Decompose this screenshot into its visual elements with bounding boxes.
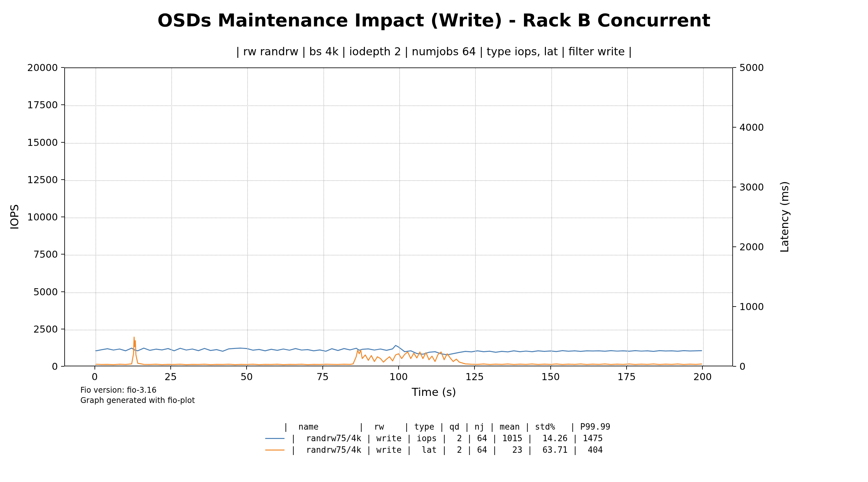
xtick-label: 200: [693, 371, 712, 382]
chart-canvas: OSDs Maintenance Impact (Write) - Rack B…: [0, 0, 868, 482]
grid-v-line: [703, 68, 704, 366]
tick-mark: [61, 142, 64, 143]
plot-lines-svg: [65, 68, 732, 366]
chart-subtitle: | rw randrw | bs 4k | iodepth 2 | numjob…: [0, 45, 868, 58]
ytick-left-label: 2500: [19, 323, 58, 334]
grid-v-line: [627, 68, 628, 366]
footnote-fio-version: Fio version: fio-3.16: [81, 386, 157, 395]
grid-h-line: [65, 143, 732, 143]
tick-mark: [398, 366, 399, 369]
ytick-right-label: 1000: [739, 301, 778, 312]
tick-mark: [733, 366, 736, 367]
tick-mark: [626, 366, 627, 369]
grid-v-line: [323, 68, 324, 366]
tick-mark: [61, 217, 64, 217]
ytick-left-label: 7500: [19, 249, 58, 260]
plot-area: [64, 67, 733, 366]
grid-h-line: [65, 105, 732, 106]
tick-mark: [733, 247, 736, 247]
xtick-label: 50: [241, 371, 253, 382]
tick-mark: [61, 254, 64, 255]
grid-h-line: [65, 330, 732, 330]
tick-mark: [61, 67, 64, 68]
legend-row: | name | rw | type | qd | nj | mean | st…: [0, 421, 868, 432]
legend-swatch: [265, 450, 284, 451]
tick-mark: [474, 366, 475, 369]
tick-mark: [61, 366, 64, 367]
y-axis-left-label: IOPS: [8, 204, 21, 230]
y-axis-right-label: Latency (ms): [778, 181, 791, 253]
xtick-label: 100: [389, 371, 408, 382]
legend-text: | name | rw | type | qd | nj | mean | st…: [283, 422, 610, 431]
tick-mark: [702, 366, 703, 369]
ytick-left-label: 10000: [19, 212, 58, 223]
grid-h-line: [65, 218, 732, 218]
xtick-label: 125: [465, 371, 484, 382]
grid-v-line: [399, 68, 400, 366]
ytick-right-label: 4000: [739, 122, 778, 133]
ytick-right-label: 5000: [739, 62, 778, 73]
footnote-generator: Graph generated with fio-plot: [81, 396, 195, 405]
grid-v-line: [247, 68, 248, 366]
xtick-label: 150: [541, 371, 560, 382]
legend: | name | rw | type | qd | nj | mean | st…: [0, 421, 868, 456]
tick-mark: [733, 67, 736, 68]
ytick-left-label: 0: [19, 361, 58, 372]
xtick-label: 0: [92, 371, 98, 382]
legend-row: | randrw75/4k | write | lat | 2 | 64 | 2…: [0, 444, 868, 456]
legend-swatch: [257, 426, 277, 427]
grid-v-line: [551, 68, 552, 366]
tick-mark: [61, 291, 64, 292]
tick-mark: [733, 306, 736, 307]
legend-text: | randrw75/4k | write | lat | 2 | 64 | 2…: [291, 445, 603, 455]
ytick-right-label: 2000: [739, 241, 778, 253]
grid-h-line: [65, 255, 732, 255]
legend-row: | randrw75/4k | write | iops | 2 | 64 | …: [0, 432, 868, 444]
xtick-label: 175: [617, 371, 636, 382]
ytick-left-label: 20000: [19, 62, 58, 73]
tick-mark: [550, 366, 551, 369]
grid-h-line: [65, 180, 732, 181]
ytick-left-label: 12500: [19, 174, 58, 185]
chart-title: OSDs Maintenance Impact (Write) - Rack B…: [0, 10, 868, 31]
tick-mark: [61, 329, 64, 329]
ytick-left-label: 5000: [19, 286, 58, 297]
legend-text: | randrw75/4k | write | iops | 2 | 64 | …: [291, 433, 603, 443]
ytick-left-label: 15000: [19, 136, 58, 148]
tick-mark: [61, 104, 64, 105]
xtick-label: 75: [317, 371, 329, 382]
grid-v-line: [95, 68, 96, 366]
legend-swatch: [265, 438, 284, 439]
tick-mark: [322, 366, 323, 369]
tick-mark: [170, 366, 171, 369]
grid-v-line: [475, 68, 476, 366]
tick-mark: [61, 179, 64, 180]
grid-v-line: [172, 68, 172, 366]
grid-h-line: [65, 292, 732, 293]
ytick-right-label: 3000: [739, 182, 778, 193]
tick-mark: [733, 187, 736, 187]
ytick-right-label: 0: [739, 361, 778, 372]
tick-mark: [246, 366, 247, 369]
xtick-label: 25: [164, 371, 177, 382]
tick-mark: [733, 127, 736, 128]
ytick-left-label: 17500: [19, 99, 58, 110]
tick-mark: [94, 366, 95, 369]
